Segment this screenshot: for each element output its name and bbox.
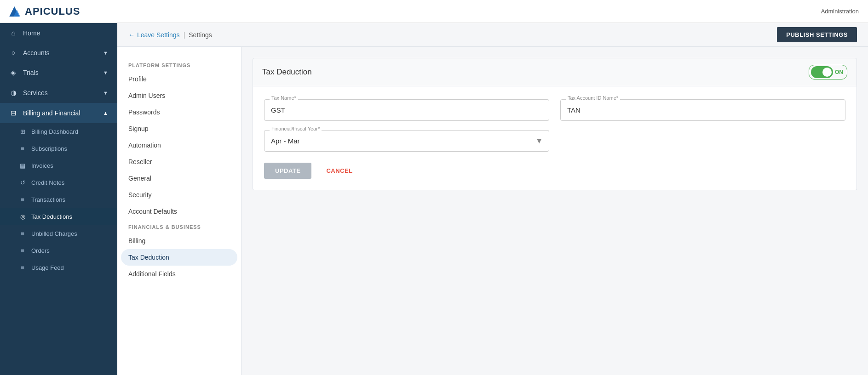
usage-feed-icon: ≡ bbox=[18, 264, 27, 271]
fiscal-year-select-wrap: Apr - Mar Jan - Dec Jul - Jun Oct - Sep … bbox=[264, 130, 549, 152]
financials-section-title: FINANCIALS & BUSINESS bbox=[117, 220, 241, 233]
orders-icon: ≡ bbox=[18, 247, 27, 254]
sidebar-item-trials[interactable]: ◈ Trials ▼ bbox=[0, 62, 117, 83]
trials-icon: ◈ bbox=[9, 68, 17, 77]
back-arrow-icon: ← bbox=[128, 31, 135, 39]
billing-dashboard-icon: ⊞ bbox=[18, 128, 27, 135]
update-button[interactable]: UPDATE bbox=[264, 163, 311, 179]
publish-settings-button[interactable]: PUBLISH SETTINGS bbox=[777, 27, 857, 42]
sidebar-sub-tax-deductions[interactable]: ◎ Tax Deductions bbox=[0, 208, 117, 225]
settings-nav-billing[interactable]: Billing bbox=[117, 233, 241, 249]
header-bar: ← Leave Settings | Settings PUBLISH SETT… bbox=[117, 23, 868, 47]
form-row-1: Tax Name* Tax Account ID Name* bbox=[264, 99, 845, 121]
sidebar-sub-usage-feed[interactable]: ≡ Usage Feed bbox=[0, 259, 117, 276]
breadcrumb: ← Leave Settings | Settings bbox=[128, 31, 212, 39]
tax-deduction-form: Tax Name* Tax Account ID Name* Financial… bbox=[253, 86, 857, 190]
sidebar-sub-label-credit-notes: Credit Notes bbox=[31, 179, 64, 186]
tax-deductions-icon: ◎ bbox=[18, 213, 27, 220]
fiscal-year-select[interactable]: Apr - Mar Jan - Dec Jul - Jun Oct - Sep bbox=[264, 130, 549, 152]
settings-nav-general[interactable]: General bbox=[117, 170, 241, 187]
sidebar-sub-label-transactions: Transactions bbox=[31, 196, 65, 203]
back-link-label: Leave Settings bbox=[137, 31, 180, 39]
settings-nav-security[interactable]: Security bbox=[117, 187, 241, 203]
transactions-icon: ≡ bbox=[18, 196, 27, 203]
logo: APICULUS bbox=[9, 6, 80, 17]
settings-main-content: Tax Deduction ON Tax Name* Tax A bbox=[241, 47, 868, 375]
sidebar-label-services: Services bbox=[23, 89, 98, 97]
invoices-icon: ▤ bbox=[18, 162, 27, 169]
unbilled-charges-icon: ≡ bbox=[18, 230, 27, 237]
sidebar-sub-credit-notes[interactable]: ↺ Credit Notes bbox=[0, 174, 117, 191]
sidebar-label-home: Home bbox=[23, 29, 108, 37]
accounts-chevron: ▼ bbox=[103, 50, 108, 56]
sidebar-item-home[interactable]: ⌂ Home bbox=[0, 23, 117, 43]
back-link[interactable]: ← Leave Settings bbox=[128, 31, 180, 39]
tax-name-input[interactable] bbox=[264, 99, 549, 121]
billing-icon: ⊟ bbox=[9, 109, 17, 117]
settings-nav-tax-deduction[interactable]: Tax Deduction bbox=[121, 249, 237, 266]
sidebar-sub-label-billing-dashboard: Billing Dashboard bbox=[31, 128, 78, 135]
sidebar: ⌂ Home ○ Accounts ▼ ◈ Trials ▼ ◑ Service… bbox=[0, 23, 117, 375]
tax-deduction-toggle[interactable] bbox=[811, 66, 833, 78]
toggle-badge[interactable]: ON bbox=[809, 65, 847, 80]
home-icon: ⌂ bbox=[9, 29, 17, 37]
fiscal-year-group: Financial/Fiscal Year* Apr - Mar Jan - D… bbox=[264, 130, 549, 152]
sidebar-sub-transactions[interactable]: ≡ Transactions bbox=[0, 191, 117, 208]
form-row-2: Financial/Fiscal Year* Apr - Mar Jan - D… bbox=[264, 130, 845, 152]
sidebar-sub-invoices[interactable]: ▤ Invoices bbox=[0, 157, 117, 174]
fiscal-year-label: Financial/Fiscal Year* bbox=[270, 126, 322, 131]
sidebar-label-trials: Trials bbox=[23, 69, 98, 76]
settings-nav-profile[interactable]: Profile bbox=[117, 71, 241, 87]
current-page-label: Settings bbox=[189, 31, 212, 39]
tax-account-id-input[interactable] bbox=[560, 99, 845, 121]
settings-nav-reseller[interactable]: Reseller bbox=[117, 153, 241, 170]
accounts-icon: ○ bbox=[9, 49, 17, 57]
tax-deduction-title: Tax Deduction bbox=[262, 68, 312, 77]
breadcrumb-separator: | bbox=[184, 31, 185, 39]
sidebar-sub-label-tax-deductions: Tax Deductions bbox=[31, 213, 72, 220]
tax-name-group: Tax Name* bbox=[264, 99, 549, 121]
logo-text: APICULUS bbox=[25, 6, 80, 17]
settings-nav-additional-fields[interactable]: Additional Fields bbox=[117, 266, 241, 282]
topbar: APICULUS Administration bbox=[0, 0, 868, 23]
sidebar-sub-label-usage-feed: Usage Feed bbox=[31, 264, 64, 271]
toggle-label: ON bbox=[835, 69, 843, 75]
sidebar-sub-label-subscriptions: Subscriptions bbox=[31, 145, 67, 152]
layout: ⌂ Home ○ Accounts ▼ ◈ Trials ▼ ◑ Service… bbox=[0, 23, 868, 375]
settings-nav-account-defaults[interactable]: Account Defaults bbox=[117, 203, 241, 220]
sidebar-sub-orders[interactable]: ≡ Orders bbox=[0, 242, 117, 259]
content-area: PLATFORM SETTINGS Profile Admin Users Pa… bbox=[117, 47, 868, 375]
billing-chevron: ▲ bbox=[103, 110, 108, 116]
sidebar-item-services[interactable]: ◑ Services ▼ bbox=[0, 83, 117, 103]
sidebar-item-billing[interactable]: ⊟ Billing and Financial ▲ bbox=[0, 103, 117, 123]
main-content: ← Leave Settings | Settings PUBLISH SETT… bbox=[117, 23, 868, 375]
tax-account-id-label: Tax Account ID Name* bbox=[566, 95, 620, 101]
form-btn-row: UPDATE CANCEL bbox=[264, 163, 845, 179]
tax-account-id-group: Tax Account ID Name* bbox=[560, 99, 845, 121]
sidebar-label-accounts: Accounts bbox=[23, 49, 98, 57]
credit-notes-icon: ↺ bbox=[18, 179, 27, 186]
sidebar-sub-unbilled-charges[interactable]: ≡ Unbilled Charges bbox=[0, 225, 117, 242]
settings-nav-admin-users[interactable]: Admin Users bbox=[117, 87, 241, 104]
sidebar-item-accounts[interactable]: ○ Accounts ▼ bbox=[0, 43, 117, 62]
sidebar-sub-subscriptions[interactable]: ≡ Subscriptions bbox=[0, 140, 117, 157]
settings-sidebar: PLATFORM SETTINGS Profile Admin Users Pa… bbox=[117, 47, 241, 375]
settings-nav-automation[interactable]: Automation bbox=[117, 137, 241, 153]
platform-settings-title: PLATFORM SETTINGS bbox=[117, 58, 241, 71]
settings-nav-signup[interactable]: Signup bbox=[117, 120, 241, 137]
sidebar-label-billing: Billing and Financial bbox=[23, 109, 98, 117]
subscriptions-icon: ≡ bbox=[18, 145, 27, 152]
trials-chevron: ▼ bbox=[103, 70, 108, 75]
settings-nav-passwords[interactable]: Passwords bbox=[117, 104, 241, 120]
admin-label: Administration bbox=[821, 8, 859, 15]
cancel-button[interactable]: CANCEL bbox=[319, 163, 360, 179]
tax-deduction-section-header: Tax Deduction ON bbox=[253, 58, 857, 86]
sidebar-sub-label-orders: Orders bbox=[31, 247, 50, 254]
sidebar-sub-billing-dashboard[interactable]: ⊞ Billing Dashboard bbox=[0, 123, 117, 140]
services-icon: ◑ bbox=[9, 89, 17, 97]
sidebar-sub-label-invoices: Invoices bbox=[31, 162, 53, 169]
services-chevron: ▼ bbox=[103, 90, 108, 96]
tax-name-label: Tax Name* bbox=[270, 95, 298, 101]
sidebar-sub-label-unbilled-charges: Unbilled Charges bbox=[31, 230, 77, 237]
